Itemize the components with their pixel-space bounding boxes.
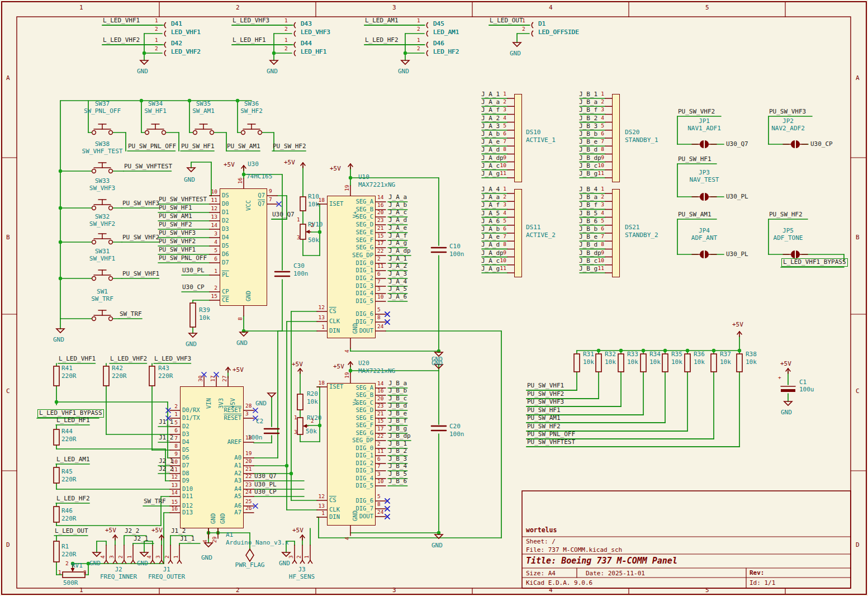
pin-U20-20[interactable]: 20 <box>377 396 383 402</box>
net-label-U30_PL[interactable]: U30_PL <box>726 251 748 258</box>
pin-number-1[interactable]: 1 <box>417 37 420 44</box>
ref-value-R46[interactable]: R46 <box>61 508 73 515</box>
pin-name-RESET[interactable]: RESET <box>198 414 241 421</box>
net-label-L_LED_VHF3[interactable]: L_LED_VHF3 <box>233 17 269 25</box>
pin-name-DIG_5[interactable]: DIG_5 <box>330 297 373 304</box>
pin-number[interactable]: 3 <box>297 235 300 241</box>
pin-U10-1[interactable]: 1 <box>300 324 325 330</box>
ref-value-SW_VHF_TEST[interactable]: SW_VHF_TEST <box>82 148 123 155</box>
pin-U10-8[interactable]: 8 <box>377 315 381 321</box>
power-5v-label[interactable]: +5V <box>732 321 743 329</box>
pin-DS11-6[interactable]: 6 <box>496 226 506 232</box>
pin-U10-23[interactable]: 23 <box>377 217 383 224</box>
pin-name-SEG_D[interactable]: SEG_D <box>330 406 373 413</box>
net-label-L_LED_OUT[interactable]: L_LED_OUT <box>490 17 523 25</box>
ref-value-DS21[interactable]: DS21 <box>625 224 640 231</box>
pin-U20-5[interactable]: 5 <box>377 494 381 500</box>
ref-value-220R[interactable]: 220R <box>61 476 77 484</box>
pin-J1-4[interactable]: 4 <box>146 555 153 559</box>
pin-name-D3[interactable]: D3 <box>222 225 229 232</box>
net-label-J_B_a[interactable]: J_B_a <box>388 380 407 387</box>
pin-J2-1[interactable]: 1 <box>127 555 133 559</box>
ref-value-100n[interactable]: 100n <box>293 271 309 278</box>
power-gnd-label[interactable]: GND <box>137 560 148 567</box>
pin-U10-12[interactable]: 12 <box>300 305 325 311</box>
power-5v-label[interactable]: +5V <box>224 162 235 169</box>
net-label-L_LED_HF1[interactable]: L_LED_HF1 <box>233 37 266 44</box>
pin-DS20-9[interactable]: 9 <box>594 155 604 161</box>
pin-number[interactable]: 1 <box>58 570 61 576</box>
pin-A1-3[interactable]: 3 <box>245 411 249 417</box>
net-label-J_A_e[interactable]: J_A_e <box>388 225 407 232</box>
net-label-PU_SW_VHF1[interactable]: PU_SW_VHF1 <box>122 271 159 278</box>
pin-U20-11[interactable]: 11 <box>377 448 383 455</box>
pin-U20-24[interactable]: 24 <box>377 509 383 515</box>
pin-A1-24[interactable]: 24 <box>245 489 252 495</box>
pin-U30-16[interactable]: 16 <box>238 178 244 184</box>
net-label-J_A_2[interactable]: J_A_2 <box>388 263 407 270</box>
pin-U10-3[interactable]: 3 <box>377 286 381 292</box>
net-label-J_B_b[interactable]: J_B_b <box>388 387 407 395</box>
pin-U10-13[interactable]: 13 <box>300 315 325 321</box>
net-label-PU_SW_PNL_OFF[interactable]: PU_SW_PNL_OFF <box>527 431 575 438</box>
ref-value-LED_HF1[interactable]: LED_HF1 <box>301 49 326 56</box>
pin-name-SEG_D[interactable]: SEG_D <box>330 221 373 228</box>
ref-value-SW_VHF1[interactable]: SW_VHF1 <box>89 256 115 263</box>
pin-name-DIG_3[interactable]: DIG_3 <box>330 282 373 289</box>
net-label-J_A_g[interactable]: J_A_g <box>388 240 407 247</box>
net-label-PU_SW_VHF1[interactable]: PU_SW_VHF1 <box>527 382 564 390</box>
net-label-L_LED_AM1[interactable]: L_LED_AM1 <box>365 17 399 25</box>
net-label-L_LED_VHF1_BYPASS[interactable]: L_LED_VHF1_BYPASS <box>781 258 848 267</box>
pin-name-SEG_F[interactable]: SEG_F <box>330 236 373 243</box>
pin-name-A4[interactable]: A4 <box>198 485 241 492</box>
net-label-PU_SW_VHF3[interactable]: PU_SW_VHF3 <box>122 200 159 207</box>
pin-DS10-1[interactable]: 1 <box>496 91 506 97</box>
net-label-J_B_e[interactable]: J_B_e <box>388 410 407 418</box>
net-label-SW_TRF[interactable]: SW_TRF <box>120 311 142 318</box>
pin-name-SEG_A[interactable]: SEG_A <box>330 198 373 205</box>
pin-A1-5[interactable]: 5 <box>153 420 178 426</box>
net-label-J_B_2[interactable]: J_B_2 <box>388 448 407 455</box>
ref-value-10k[interactable]: 10k <box>671 359 682 366</box>
pin-DS21-8[interactable]: 8 <box>594 242 604 248</box>
pin-name-SEG_DP[interactable]: SEG_DP <box>330 437 373 443</box>
net-label-PU_SW_HF2[interactable]: PU_SW_HF2 <box>527 423 561 431</box>
pin-J3-3[interactable]: 3 <box>288 555 295 559</box>
ref-value-Arduino_Nano_v3.x[interactable]: Arduino_Nano_v3.x <box>226 540 289 547</box>
net-label-L_LED_HF2[interactable]: L_LED_HF2 <box>365 37 399 44</box>
power-gnd-label[interactable]: GND <box>137 68 148 75</box>
ref-value-R44[interactable]: R44 <box>61 428 73 436</box>
pin-J2-2[interactable]: 2 <box>118 555 124 559</box>
pin-name-Q7[interactable]: Q7 <box>221 200 265 207</box>
pin-number-1[interactable]: 1 <box>284 18 288 24</box>
pin-DS20-1[interactable]: 1 <box>594 91 604 97</box>
net-label-L_LED_VHF1[interactable]: L_LED_VHF1 <box>103 17 140 25</box>
pin-U30-1[interactable]: 1 <box>193 268 217 275</box>
net-label-PU_SW_AM1[interactable]: PU_SW_AM1 <box>678 211 712 219</box>
net-label-J_B_d[interactable]: J_B_d <box>388 403 407 410</box>
pin-name-D12[interactable]: D12 <box>182 502 193 509</box>
pin-number-1[interactable]: 1 <box>155 37 158 44</box>
pin-U10-17[interactable]: 17 <box>377 240 383 247</box>
ref-value-PWR_FLAG[interactable]: PWR_FLAG <box>235 562 265 569</box>
pin-name-D4[interactable]: D4 <box>182 438 189 445</box>
power-gnd-label[interactable]: GND <box>510 50 521 58</box>
pin-number[interactable]: + <box>778 375 781 381</box>
pin-name-DIG_2[interactable]: DIG_2 <box>330 460 373 466</box>
pin-name-DIG_3[interactable]: DIG_3 <box>330 467 373 474</box>
ref-value-100n[interactable]: 100n <box>449 251 464 258</box>
pin-A1-21[interactable]: 21 <box>245 466 252 472</box>
ref-value-R20[interactable]: R20 <box>307 391 318 398</box>
ref-value-J1[interactable]: J1 <box>163 566 170 574</box>
ref-value-220R[interactable]: 220R <box>61 515 77 523</box>
pin-name-3V3[interactable]: 3V3 <box>217 398 224 409</box>
pin-DS20-7[interactable]: 7 <box>594 139 604 145</box>
pin-name-GND[interactable]: GND <box>210 513 216 524</box>
ref-value-JP2[interactable]: JP2 <box>782 118 794 125</box>
net-label-J_A_1[interactable]: J_A_1 <box>388 256 407 263</box>
pin-U10-14[interactable]: 14 <box>377 195 383 201</box>
ref-value-74HC165[interactable]: 74HC165 <box>246 173 272 181</box>
pin-U30-6[interactable]: 6 <box>193 256 217 262</box>
net-label-L_LED_VHF1_BYPASS[interactable]: L_LED_VHF1_BYPASS <box>37 409 104 418</box>
ref-value-R43[interactable]: R43 <box>158 365 169 372</box>
